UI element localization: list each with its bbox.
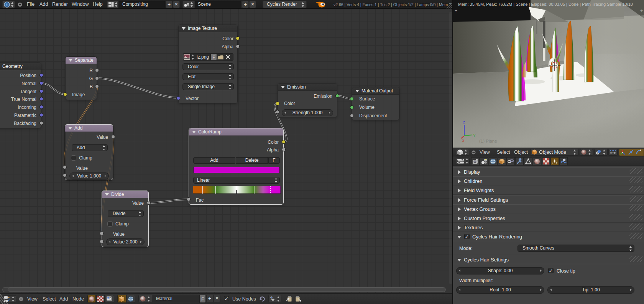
svg-text:z: z (463, 120, 465, 124)
svg-text:i: i (6, 2, 7, 7)
svg-text:+: + (640, 8, 643, 13)
svg-text:Mem: 35.45M, Peak: 76.62M | Sc: Mem: 35.45M, Peak: 76.62M | Scene | Elap… (458, 2, 633, 7)
svg-text:+: + (455, 8, 457, 13)
svg-text:(1) Plane: (1) Plane (479, 139, 497, 143)
svg-text:x: x (462, 138, 464, 143)
svg-text:y: y (473, 133, 475, 137)
